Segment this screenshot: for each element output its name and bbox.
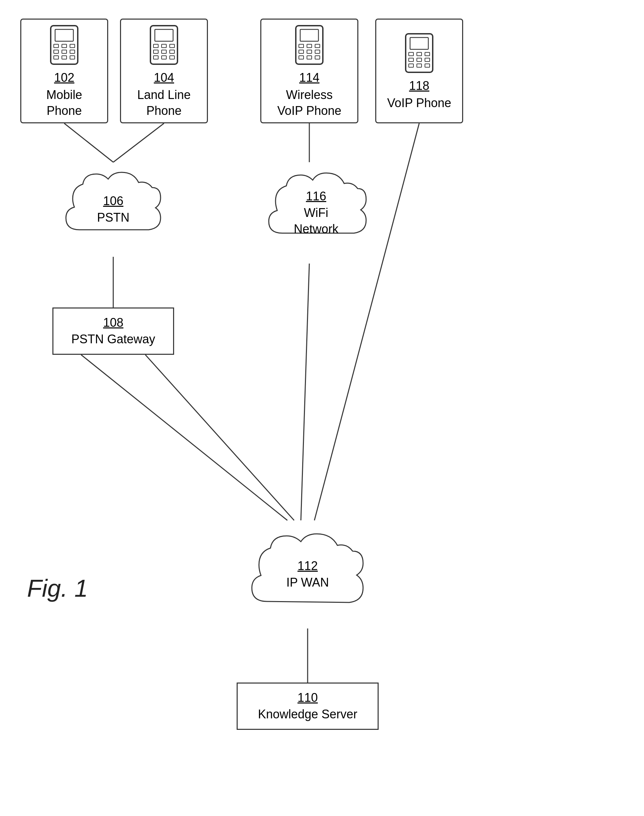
- svg-rect-10: [55, 29, 74, 41]
- pstn-gateway-label: 108 PSTN Gateway: [71, 315, 155, 348]
- svg-rect-11: [54, 44, 58, 47]
- svg-rect-48: [417, 58, 422, 61]
- svg-line-3: [81, 355, 287, 521]
- land-line-phone-label: 104 Land LinePhone: [137, 70, 191, 119]
- svg-rect-33: [299, 44, 304, 47]
- svg-line-6: [301, 263, 309, 521]
- knowledge-server-box: 110 Knowledge Server: [237, 683, 379, 730]
- svg-rect-13: [70, 44, 75, 47]
- mobile-phone-label: 102 MobilePhone: [46, 70, 82, 119]
- svg-rect-21: [155, 29, 173, 41]
- svg-rect-24: [170, 44, 175, 47]
- svg-rect-37: [307, 50, 312, 54]
- svg-line-0: [64, 123, 113, 162]
- svg-rect-39: [299, 56, 304, 59]
- diagram: 102 MobilePhone 104 Land LinePhone: [0, 0, 644, 816]
- svg-rect-49: [425, 58, 430, 61]
- svg-rect-32: [300, 29, 319, 41]
- svg-rect-52: [425, 64, 430, 67]
- svg-rect-43: [410, 38, 428, 49]
- land-line-phone-icon: [149, 24, 179, 67]
- pstn-label: 106 PSTN: [97, 193, 129, 226]
- ip-wan-label: 112 IP WAN: [286, 558, 329, 591]
- wifi-network-label: 116 WiFiNetwork: [294, 188, 338, 237]
- svg-rect-38: [315, 50, 320, 54]
- svg-rect-19: [70, 56, 75, 59]
- svg-line-4: [146, 355, 294, 521]
- svg-rect-16: [70, 50, 75, 54]
- svg-rect-35: [315, 44, 320, 47]
- svg-rect-44: [409, 52, 414, 56]
- wireless-voip-phone-icon: [294, 24, 325, 67]
- svg-rect-18: [62, 56, 67, 59]
- voip-phone-box: 118 VoIP Phone: [375, 18, 463, 123]
- svg-rect-45: [417, 52, 422, 56]
- svg-rect-41: [315, 56, 320, 59]
- svg-rect-28: [153, 56, 158, 59]
- svg-rect-51: [417, 64, 422, 67]
- svg-rect-29: [162, 56, 166, 59]
- svg-rect-46: [425, 52, 430, 56]
- voip-phone-icon: [404, 33, 434, 75]
- land-line-phone-box: 104 Land LinePhone: [120, 18, 208, 123]
- svg-rect-27: [170, 50, 175, 54]
- mobile-phone-icon: [49, 24, 80, 67]
- svg-rect-25: [153, 50, 158, 54]
- wireless-voip-phone-box: 114 WirelessVoIP Phone: [260, 18, 358, 123]
- svg-rect-36: [299, 50, 304, 54]
- svg-rect-40: [307, 56, 312, 59]
- svg-rect-23: [162, 44, 166, 47]
- svg-rect-15: [62, 50, 67, 54]
- svg-rect-22: [153, 44, 158, 47]
- pstn-cloud: 106 PSTN: [52, 162, 174, 257]
- svg-rect-14: [54, 50, 58, 54]
- ip-wan-cloud: 112 IP WAN: [237, 521, 379, 628]
- svg-rect-12: [62, 44, 67, 47]
- svg-rect-34: [307, 44, 312, 47]
- voip-phone-label: 118 VoIP Phone: [387, 78, 451, 111]
- svg-rect-50: [409, 64, 414, 67]
- mobile-phone-box: 102 MobilePhone: [20, 18, 108, 123]
- wifi-network-cloud: 116 WiFiNetwork: [255, 162, 377, 263]
- svg-rect-30: [170, 56, 175, 59]
- pstn-gateway-box: 108 PSTN Gateway: [52, 308, 174, 355]
- svg-rect-47: [409, 58, 414, 61]
- svg-line-1: [113, 123, 164, 162]
- figure-label: Fig. 1: [27, 574, 88, 602]
- svg-rect-17: [54, 56, 58, 59]
- wireless-voip-phone-label: 114 WirelessVoIP Phone: [277, 70, 342, 119]
- knowledge-server-label: 110 Knowledge Server: [258, 690, 357, 723]
- svg-rect-26: [162, 50, 166, 54]
